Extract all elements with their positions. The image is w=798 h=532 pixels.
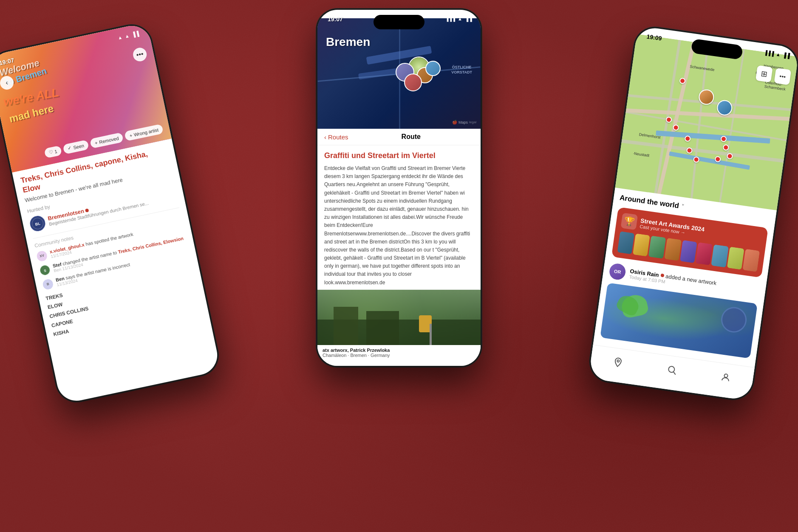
verified-dot <box>85 208 89 212</box>
center-phone: 19:07 ▐▐▐ ▲ ▐▐ ÖSTLICHEVORSTADT Bremen <box>316 8 482 367</box>
left-body-content: Treks, Chris Collins, capone, Kisha, Elo… <box>12 139 208 345</box>
bottom-artwork-image <box>317 290 481 345</box>
status-time-center: 19:07 <box>328 16 343 23</box>
osiris-rain-avatar: OR <box>608 263 627 281</box>
battery-icon-center: ▐▐ <box>465 16 472 22</box>
route-title: Graffiti und Streetart im Viertel <box>324 151 474 160</box>
dynamic-island-center <box>374 15 424 29</box>
plus-icon-wrong: + <box>129 133 133 138</box>
wifi-icon-right: ▲ <box>775 51 781 57</box>
award-photo-3 <box>648 236 666 259</box>
battery-icon-left: ▐▐ <box>131 31 140 38</box>
like-count: 1 <box>54 148 57 154</box>
cell-icon-right: ▐▐▐ <box>764 50 774 56</box>
award-text: Street Art Awards 2024 Cast your vote no… <box>640 217 705 238</box>
status-time-left: 19:07 <box>0 57 15 66</box>
right-content-scroll: Around the world ˅ 🏆 Street Art Awards 2… <box>592 188 777 376</box>
tab-icon-profile[interactable] <box>720 371 731 383</box>
hunter-avatar: BL <box>28 214 47 232</box>
cell-icon-center: ▐▐▐ <box>445 16 455 21</box>
award-photo-2 <box>633 233 650 256</box>
award-photo-8 <box>727 247 744 270</box>
battery-icon-right: ▐▐ <box>782 52 790 59</box>
award-photo-1 <box>617 231 634 254</box>
maps-badge: 🍎 Maps legal <box>317 18 481 129</box>
routes-back-button[interactable]: ‹ Routes <box>324 133 348 141</box>
plus-icon-removed: + <box>94 140 98 145</box>
note-avatar-3: B <box>42 278 54 290</box>
check-icon: ✓ <box>67 145 72 152</box>
svg-point-6 <box>668 366 675 373</box>
bottom-caption: atx artworx, Patrick Przewloka Chamäleon… <box>317 345 481 360</box>
right-phone: 19:09 ▐▐▐ ▲ ▐▐ ⊞ ••• <box>587 24 798 402</box>
hunter-avatar-image: BL <box>28 214 47 232</box>
award-photo-9 <box>742 249 760 272</box>
verified-dot-right <box>660 274 664 277</box>
removed-label: Removed <box>99 136 119 145</box>
location-icon-left: ▲ <box>117 34 123 40</box>
svg-point-8 <box>724 374 728 377</box>
svg-point-5 <box>617 359 620 362</box>
heart-icon: ♡ <box>48 149 54 156</box>
wifi-icon-center: ▲ <box>458 16 462 21</box>
wifi-icon-left: ▲ <box>124 33 130 39</box>
award-photo-5 <box>680 240 697 263</box>
note-avatar-2: S <box>39 264 51 276</box>
seen-label: Seen <box>73 143 85 150</box>
trophy-icon: 🏆 <box>621 213 638 230</box>
award-photo-6 <box>696 242 713 265</box>
award-photo-4 <box>664 238 682 261</box>
award-photo-7 <box>711 244 729 267</box>
note-avatar-1: XV <box>36 250 48 262</box>
routes-nav: ‹ Routes Route <box>317 129 481 145</box>
tab-icon-search[interactable] <box>666 364 678 375</box>
left-phone: 19:07 ▲ ▲ ▐▐ Welcome to Bremen we're ALL… <box>0 21 222 406</box>
svg-line-7 <box>673 372 676 374</box>
tab-icon-map[interactable] <box>612 357 624 368</box>
route-description: Entdecke die Vielfalt von Graffiti und S… <box>324 164 474 287</box>
scan-button-map[interactable]: ⊞ <box>756 65 773 82</box>
chevron-down-icon: ˅ <box>681 204 685 210</box>
more-button-map[interactable]: ••• <box>774 68 792 85</box>
routes-title: Route <box>348 133 474 141</box>
center-bottom-card: atx artworx, Patrick Przewloka Chamäleon… <box>317 289 481 366</box>
chevron-left-icon: ‹ <box>324 133 326 141</box>
right-map: Hambergen Garlstedt Schwanewede Osterhol… <box>614 34 798 217</box>
center-map: ÖSTLICHEVORSTADT Bremen 🍎 Maps legal <box>317 18 481 129</box>
